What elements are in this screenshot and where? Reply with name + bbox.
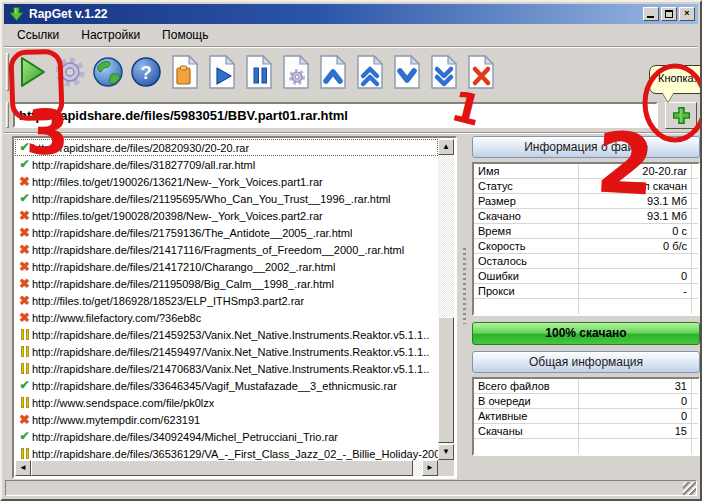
info-pad: [692, 299, 698, 314]
list-item[interactable]: http://rapidshare.de/files/21459497/Vani…: [15, 343, 438, 360]
urlbar-gripper[interactable]: [6, 102, 9, 128]
download-url: http://www.filefactory.com/?36eb8c: [32, 312, 201, 324]
scroll-down-button[interactable]: ▼: [438, 444, 454, 460]
download-url: http://files.to/get/186928/18523/ELP_ITH…: [32, 295, 304, 307]
file-info-header[interactable]: Информация о файле: [472, 136, 700, 158]
info-row: Время0 с: [474, 224, 698, 239]
vertical-scroll-thumb[interactable]: [438, 317, 454, 443]
close-button[interactable]: ×: [679, 7, 695, 21]
pause-file-button[interactable]: [239, 51, 276, 93]
list-item[interactable]: ✖http://rapidshare.de/files/21417210/Cha…: [15, 258, 438, 275]
status-bar: [5, 480, 697, 496]
add-link-button[interactable]: [665, 102, 697, 129]
info-label: [474, 299, 579, 314]
list-item[interactable]: ✖http://rapidshare.de/files/21195098/Big…: [15, 275, 438, 292]
list-item[interactable]: ✖http://rapidshare.de/files/21417116/Fra…: [15, 241, 438, 258]
general-info-header[interactable]: Общая информация: [472, 351, 700, 373]
vertical-scrollbar[interactable]: ▲ ▼: [438, 139, 454, 460]
info-pad: [692, 379, 698, 393]
menu-bar: Ссылки Настройки Помощь: [6, 26, 696, 45]
list-item[interactable]: ✔http://rapidshare.de/files/20820930/20-…: [15, 139, 438, 156]
info-row: В очереди0: [474, 394, 698, 409]
help-button[interactable]: ?: [127, 51, 165, 93]
info-row: Имя20-20.rar: [474, 164, 698, 179]
move-down-button[interactable]: [387, 51, 424, 93]
info-value: [579, 439, 692, 454]
settings-button[interactable]: [51, 51, 89, 93]
app-download-arrow-icon: [8, 6, 25, 22]
general-info-table: Всего файлов31В очереди0Активные0Скачаны…: [472, 377, 700, 456]
move-top-button[interactable]: [350, 51, 387, 93]
paste-links-file-icon: [168, 54, 200, 90]
info-row: Скорость0 б/с: [474, 239, 698, 254]
list-item[interactable]: ✖http://files.to/get/190028/20398/New-_Y…: [15, 207, 438, 224]
list-item[interactable]: ✔http://rapidshare.de/files/21195695/Who…: [15, 190, 438, 207]
move-bottom-icon: [427, 54, 459, 90]
url-input[interactable]: [13, 102, 658, 128]
info-value: 0 б/с: [579, 239, 692, 253]
scroll-left-button[interactable]: ◄: [15, 460, 31, 476]
download-url: http://www.mytempdir.com/623191: [32, 414, 200, 426]
scroll-up-button[interactable]: ▲: [438, 139, 454, 155]
status-paused-icon: [17, 363, 32, 374]
menu-links[interactable]: Ссылки: [6, 26, 70, 45]
list-item[interactable]: http://rapidshare.de/files/21470683/Vani…: [15, 360, 438, 377]
info-pad: [692, 239, 698, 253]
file-properties-button[interactable]: [276, 51, 313, 93]
maximize-icon: [665, 10, 673, 18]
toolbar-gripper[interactable]: [6, 53, 9, 91]
info-pad: [692, 284, 698, 298]
info-label: Скачано: [474, 209, 579, 223]
title-bar[interactable]: RapGet v.1.22 ×: [4, 4, 698, 24]
info-label: Время: [474, 224, 579, 238]
url-bar: [4, 98, 698, 132]
start-file-button[interactable]: [202, 51, 239, 93]
download-url: http://rapidshare.de/files/36536129/VA_-…: [32, 448, 438, 460]
panel-splitter[interactable]: [461, 248, 468, 324]
info-value: [579, 299, 692, 314]
settings-gear-icon: [52, 54, 88, 90]
start-downloads-button[interactable]: [13, 51, 51, 93]
resize-grip-icon[interactable]: [683, 482, 696, 495]
menu-help[interactable]: Помощь: [151, 26, 219, 45]
info-pad: [692, 209, 698, 223]
separator: [4, 132, 698, 134]
status-paused-icon: [17, 346, 32, 357]
horizontal-scroll-thumb[interactable]: [31, 460, 413, 476]
move-down-icon: [390, 54, 422, 90]
close-icon: ×: [684, 8, 689, 18]
info-row: Осталось: [474, 254, 698, 269]
list-item[interactable]: ✖http://files.to/get/186928/18523/ELP_IT…: [15, 292, 438, 309]
list-item[interactable]: ✔http://rapidshare.de/files/34092494/Mic…: [15, 428, 438, 445]
list-item[interactable]: http://rapidshare.de/files/21459253/Vani…: [15, 326, 438, 343]
info-label: Активные: [474, 409, 579, 423]
toolbar: ?: [4, 48, 698, 96]
list-item[interactable]: ✖http://rapidshare.de/files/21759136/The…: [15, 224, 438, 241]
download-url: http://rapidshare.de/files/21417116/Frag…: [32, 244, 404, 256]
download-rows: ✔http://rapidshare.de/files/20820930/20-…: [15, 139, 438, 460]
maximize-button[interactable]: [661, 7, 677, 21]
info-value: 0: [579, 409, 692, 423]
minimize-button[interactable]: [643, 7, 659, 21]
status-done-icon: ✔: [17, 378, 32, 393]
menu-settings[interactable]: Настройки: [70, 26, 151, 45]
list-item[interactable]: ✖http://www.mytempdir.com/623191: [15, 411, 438, 428]
download-list[interactable]: ✔http://rapidshare.de/files/20820930/20-…: [12, 136, 457, 479]
info-pad: [692, 424, 698, 438]
horizontal-scrollbar[interactable]: ◄ ►: [15, 460, 438, 476]
list-item[interactable]: ✔http://rapidshare.de/files/31827709/all…: [15, 156, 438, 173]
website-button[interactable]: [89, 51, 127, 93]
info-row: Всего файлов31: [474, 379, 698, 394]
list-item[interactable]: ✖http://www.filefactory.com/?36eb8c: [15, 309, 438, 326]
move-up-button[interactable]: [313, 51, 350, 93]
move-bottom-button[interactable]: [424, 51, 461, 93]
list-item[interactable]: ✔http://rapidshare.de/files/33646345/Vag…: [15, 377, 438, 394]
list-item[interactable]: http://rapidshare.de/files/36536129/VA_-…: [15, 445, 438, 460]
paste-links-button[interactable]: [165, 51, 202, 93]
scroll-right-button[interactable]: ►: [422, 460, 438, 476]
tooltip-tail: [662, 92, 674, 102]
info-label: Статус: [474, 179, 579, 193]
list-item[interactable]: http://www.sendspace.com/file/pk0lzx: [15, 394, 438, 411]
list-item[interactable]: ✖http://files.to/get/190026/13621/New-_Y…: [15, 173, 438, 190]
info-label: Скорость: [474, 239, 579, 253]
